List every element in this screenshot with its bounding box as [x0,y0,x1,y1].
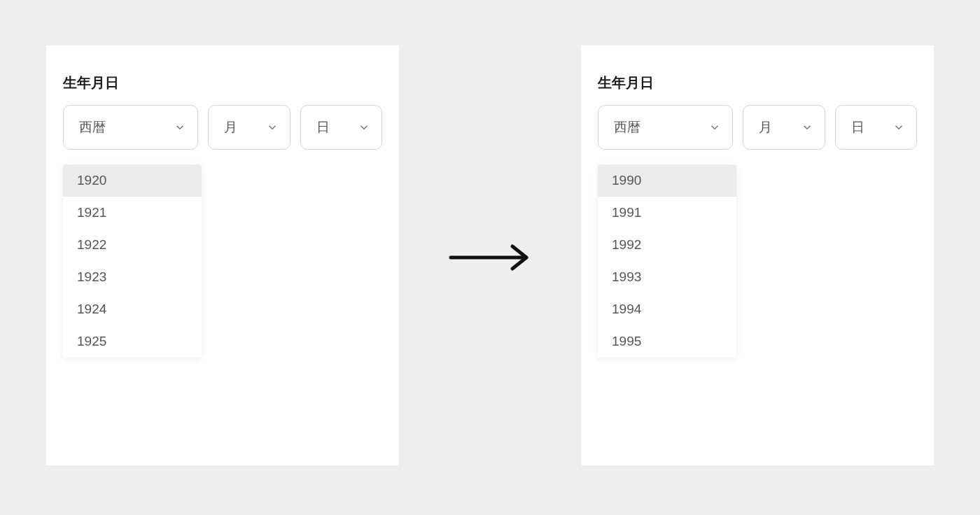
year-dropdown[interactable]: 1920 1921 1922 1923 1924 1925 [63,164,202,358]
day-select-label: 日 [851,118,864,136]
year-select[interactable]: 西暦 [598,105,733,150]
chevron-down-icon [174,121,186,134]
year-select[interactable]: 西暦 [63,105,198,150]
dropdown-option[interactable]: 1920 [63,164,202,197]
chevron-down-icon [708,121,721,134]
day-select-label: 日 [316,118,330,136]
dropdown-option[interactable]: 1924 [63,293,202,325]
month-select[interactable]: 月 [208,105,290,150]
form-card-right: 生年月日 西暦 月 日 1990 1991 1992 1993 1994 199… [581,45,934,465]
arrow-right-icon [448,244,532,271]
dropdown-option[interactable]: 1993 [598,261,736,293]
select-row: 西暦 月 日 [598,105,917,150]
heading-birthdate: 生年月日 [598,73,917,92]
year-select-label: 西暦 [79,118,106,136]
month-select-label: 月 [759,118,772,136]
dropdown-option[interactable]: 1992 [598,229,736,261]
dropdown-option[interactable]: 1925 [63,325,202,358]
form-card-left: 生年月日 西暦 月 日 1920 1921 1922 1923 1924 192… [46,45,399,465]
chevron-down-icon [266,121,279,134]
select-row: 西暦 月 日 [63,105,382,150]
year-select-label: 西暦 [614,118,640,136]
chevron-down-icon [358,121,370,134]
chevron-down-icon [801,121,813,134]
dropdown-option[interactable]: 1921 [63,197,202,229]
chevron-down-icon [892,121,905,134]
day-select[interactable]: 日 [835,105,917,150]
month-select[interactable]: 月 [743,105,825,150]
dropdown-option[interactable]: 1995 [598,325,736,358]
year-dropdown[interactable]: 1990 1991 1992 1993 1994 1995 [598,164,736,358]
heading-birthdate: 生年月日 [63,73,382,92]
dropdown-option[interactable]: 1922 [63,229,202,261]
dropdown-option[interactable]: 1923 [63,261,202,293]
month-select-label: 月 [224,118,237,136]
dropdown-option[interactable]: 1994 [598,293,736,325]
dropdown-option[interactable]: 1991 [598,197,736,229]
dropdown-option[interactable]: 1990 [598,164,736,197]
day-select[interactable]: 日 [300,105,382,150]
